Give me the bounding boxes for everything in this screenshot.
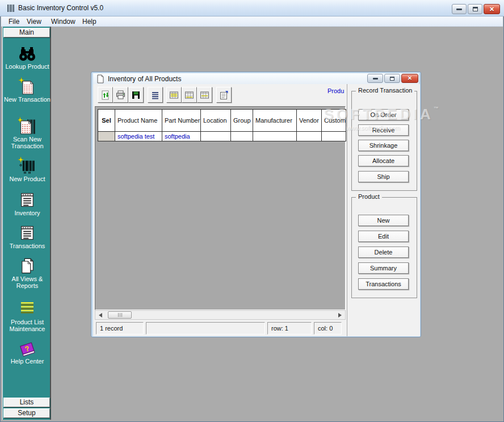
print-icon — [116, 90, 125, 100]
cell-manufacturer[interactable] — [253, 131, 297, 141]
sidebar-item-new-product[interactable]: New Product — [3, 157, 52, 182]
ship-button[interactable]: Ship — [358, 171, 409, 182]
scroll-left-button[interactable] — [96, 311, 104, 319]
sidebar-item-scan-new-transaction[interactable]: Scan New Transaction — [3, 117, 52, 149]
column-header-location[interactable]: Location — [200, 109, 231, 132]
grid-highlight-rows-icon — [200, 90, 209, 100]
child-close-button[interactable]: ✕ — [401, 74, 418, 83]
minimize-button[interactable] — [452, 4, 467, 14]
sidebar: Main Lookup Product — [2, 27, 51, 420]
sidebar-tab-setup[interactable]: Setup — [3, 408, 50, 418]
binoculars-icon — [18, 44, 36, 62]
column-header-part-number[interactable]: Part Number — [162, 109, 201, 132]
sidebar-item-help-center[interactable]: ? Help Center — [3, 339, 52, 365]
list-view-icon — [150, 90, 160, 100]
save-icon — [131, 90, 141, 100]
status-record-count: 1 record — [96, 322, 144, 335]
scroll-right-button[interactable] — [336, 311, 344, 319]
grid-highlight-rows-button[interactable] — [197, 87, 212, 103]
column-header-product-name[interactable]: Product Name — [115, 109, 162, 132]
column-header-group[interactable]: Group — [230, 109, 253, 132]
close-button[interactable]: ✕ — [484, 4, 500, 14]
save-button[interactable] — [128, 87, 144, 103]
menu-window[interactable]: Window — [49, 18, 77, 26]
cell-part-number[interactable]: softpedia — [162, 131, 201, 141]
arrow-left-icon — [99, 313, 102, 317]
column-header-vendor[interactable]: Vendor — [296, 109, 322, 132]
menubar: File View Window Help — [1, 16, 503, 27]
properties-button[interactable] — [216, 87, 232, 103]
status-message — [146, 322, 265, 335]
transactions-button[interactable]: Transactions — [358, 278, 409, 290]
summary-button[interactable]: Summary — [358, 262, 409, 274]
grip-icon — [118, 313, 119, 317]
cell-product-name[interactable]: softpedia test — [115, 131, 162, 141]
cell-sel[interactable] — [98, 131, 115, 141]
sidebar-item-product-list-maintenance[interactable]: Product List Maintenance — [3, 300, 52, 332]
grid-plain-button[interactable] — [182, 87, 197, 103]
horizontal-scrollbar[interactable] — [95, 310, 346, 320]
help-book-icon: ? — [18, 339, 36, 357]
product-group: Product New Edit Delete Summary Transact… — [351, 197, 417, 298]
column-header-customer[interactable]: Custom — [321, 109, 346, 132]
sidebar-item-label: New Transaction — [3, 96, 52, 103]
sidebar-item-label: Lookup Product — [3, 63, 52, 70]
grip-icon — [121, 313, 122, 317]
products-grid[interactable]: Sel Product Name Part Number Location Gr… — [95, 106, 346, 310]
sidebar-tab-lists[interactable]: Lists — [3, 398, 50, 407]
menu-file[interactable]: File — [7, 18, 21, 26]
sidebar-item-transactions[interactable]: Transactions — [3, 224, 52, 249]
refresh-icon — [100, 90, 110, 100]
grip-icon — [120, 313, 120, 317]
cell-vendor[interactable] — [296, 131, 322, 141]
document-icon — [96, 74, 104, 83]
receive-button[interactable]: Receive — [358, 124, 409, 136]
child-maximize-button[interactable] — [384, 74, 400, 83]
cell-group[interactable] — [230, 131, 253, 141]
refresh-button[interactable] — [98, 87, 113, 103]
column-header-manufacturer[interactable]: Manufacturer — [253, 109, 297, 132]
on-order-button[interactable]: On Order — [358, 109, 409, 120]
allocate-button[interactable]: Allocate — [358, 155, 409, 166]
app-window: Basic Inventory Control v5.0 ✕ File View… — [0, 0, 504, 422]
sidebar-item-all-views-reports[interactable]: All Views & Reports — [3, 257, 52, 289]
scrollbar-thumb[interactable] — [108, 311, 132, 319]
product-group-title: Product — [356, 193, 382, 200]
inventory-window: Inventory of All Products ✕ — [91, 72, 421, 337]
grid-highlight-columns-icon — [169, 90, 179, 100]
shrinkage-button[interactable]: Shrinkage — [358, 140, 409, 151]
record-transaction-group: Record Transaction On Order Receive Shri… — [351, 91, 417, 191]
sidebar-item-label: Product List Maintenance — [3, 319, 52, 332]
notepad-icon — [18, 224, 36, 242]
cell-customer[interactable] — [321, 131, 346, 141]
sidebar-tab-main[interactable]: Main — [3, 28, 50, 37]
menu-view[interactable]: View — [25, 18, 43, 26]
documents-icon — [18, 257, 36, 275]
toolbar-right-label: Produ — [327, 87, 346, 94]
barcode-app-icon — [7, 4, 16, 12]
column-header-sel[interactable]: Sel — [98, 109, 115, 132]
inventory-right-pane: Record Transaction On Order Receive Shri… — [347, 84, 420, 336]
watermark-tm: ™ — [434, 106, 442, 111]
edit-product-button[interactable]: Edit — [358, 231, 409, 242]
list-view-button[interactable] — [148, 87, 163, 103]
maximize-icon — [473, 7, 478, 11]
sidebar-item-inventory[interactable]: Inventory — [3, 191, 52, 216]
barcode-new-icon — [18, 157, 36, 175]
child-minimize-button[interactable] — [367, 74, 383, 83]
sidebar-item-lookup-product[interactable]: Lookup Product — [3, 44, 52, 70]
sidebar-item-label: New Product — [3, 176, 52, 182]
print-button[interactable] — [113, 87, 128, 103]
grid-highlight-columns-button[interactable] — [166, 87, 182, 103]
new-receipt-icon — [18, 77, 36, 95]
cell-location[interactable] — [200, 131, 231, 141]
record-transaction-title: Record Transaction — [356, 87, 414, 94]
menu-help[interactable]: Help — [81, 18, 98, 26]
delete-product-button[interactable]: Delete — [358, 246, 409, 258]
status-row: row: 1 — [267, 322, 312, 335]
new-product-button[interactable]: New — [358, 215, 409, 226]
maximize-button[interactable] — [468, 4, 482, 14]
sidebar-item-new-transaction[interactable]: New Transaction — [3, 77, 52, 103]
minimize-icon — [456, 9, 462, 10]
properties-icon — [219, 90, 229, 100]
